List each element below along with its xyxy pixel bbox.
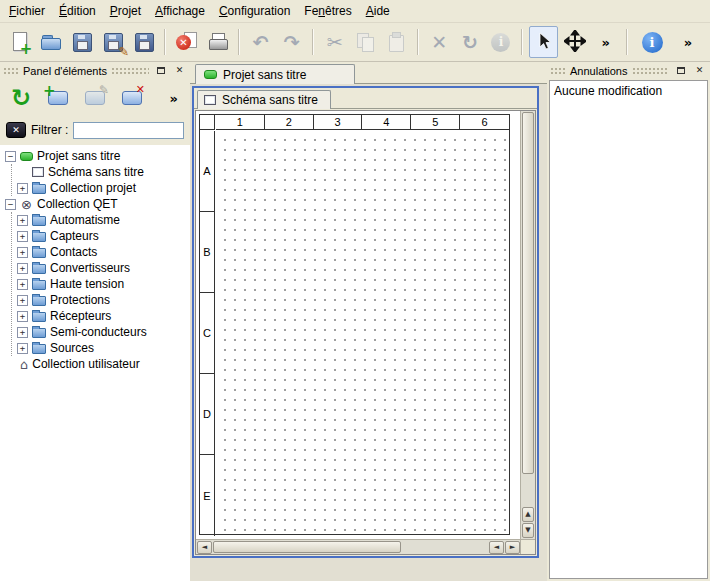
dock-grip[interactable]: [111, 67, 149, 75]
undo-button[interactable]: ↶: [246, 26, 275, 58]
redo-button[interactable]: ↷: [277, 26, 306, 58]
new-file-button[interactable]: +: [6, 26, 35, 58]
tree-item-semi-conducteurs[interactable]: + Semi-conducteurs: [12, 324, 190, 340]
refresh-icon: ↻: [11, 86, 31, 110]
h-scroll-thumb[interactable]: [213, 541, 401, 553]
tree-item-protections[interactable]: + Protections: [12, 292, 190, 308]
v-scroll-track[interactable]: [521, 475, 535, 507]
paste-button[interactable]: [382, 26, 411, 58]
scroll-up-button[interactable]: ▲: [522, 507, 534, 522]
expand-icon[interactable]: +: [17, 343, 28, 354]
tree-item-collection-utilisateur[interactable]: ⌂ Collection utilisateur: [3, 356, 190, 372]
tab-projet-sans-titre[interactable]: Projet sans titre: [195, 64, 355, 84]
expand-icon[interactable]: +: [17, 231, 28, 242]
collapse-icon[interactable]: −: [5, 151, 16, 162]
copy-button[interactable]: [351, 26, 380, 58]
tab-schema-sans-titre[interactable]: Schéma sans titre: [197, 90, 331, 109]
expand-icon[interactable]: +: [17, 279, 28, 290]
save-all-button[interactable]: [130, 26, 159, 58]
undo-panel-close-button[interactable]: ✕: [692, 64, 707, 77]
scroll-left-button[interactable]: ◄: [197, 541, 212, 554]
copy-icon: [353, 30, 377, 54]
expand-icon[interactable]: +: [17, 247, 28, 258]
reload-collections-button[interactable]: ↻: [6, 83, 36, 113]
float-icon: [677, 67, 685, 74]
menu-fenetres[interactable]: Fenêtres: [297, 1, 358, 21]
menu-fichier[interactable]: Fichier: [2, 1, 52, 21]
menu-projet[interactable]: Projet: [103, 1, 148, 21]
folder-icon: [32, 312, 46, 322]
menu-aide[interactable]: Aide: [359, 1, 397, 21]
delete-element-button[interactable]: ✕: [117, 83, 147, 113]
horizontal-scrollbar[interactable]: ◄ ◄ ►: [196, 539, 520, 554]
schematic-plan[interactable]: 1 2 3 4 5 6 A B C D E: [199, 114, 510, 535]
project-subwindow: Schéma sans titre 1 2 3 4 5 6 A: [192, 86, 539, 558]
tree-item-haute-tension[interactable]: + Haute tension: [12, 276, 190, 292]
dock-grip[interactable]: [632, 67, 670, 75]
undo-panel-float-button[interactable]: [673, 64, 688, 77]
expand-icon[interactable]: +: [17, 215, 28, 226]
move-tool-button[interactable]: [560, 26, 589, 58]
toolbar-overflow-button[interactable]: »: [591, 26, 620, 58]
expand-icon[interactable]: +: [17, 295, 28, 306]
tree-item-capteurs[interactable]: + Capteurs: [12, 228, 190, 244]
expand-icon[interactable]: +: [17, 327, 28, 338]
elements-panel-float-button[interactable]: [153, 64, 168, 77]
tree-item-automatisme[interactable]: + Automatisme: [12, 212, 190, 228]
schema-icon: [204, 95, 216, 105]
tree-item-collection-projet[interactable]: + Collection projet: [12, 180, 190, 196]
rotate-button[interactable]: ↻: [456, 26, 485, 58]
menu-affichage[interactable]: Affichage: [148, 1, 212, 21]
toolbar-overflow-right-button[interactable]: »: [672, 26, 704, 58]
expand-icon[interactable]: +: [17, 311, 28, 322]
home-icon: ⌂: [20, 359, 28, 370]
cut-button[interactable]: ✂: [320, 26, 349, 58]
select-tool-button[interactable]: [529, 26, 558, 58]
column-header: 5: [411, 115, 460, 129]
new-element-button[interactable]: +: [43, 83, 73, 113]
about-button[interactable]: i: [636, 26, 668, 58]
elements-panel-close-button[interactable]: ✕: [172, 64, 187, 77]
menu-configuration[interactable]: Configuration: [212, 1, 297, 21]
save-button[interactable]: [68, 26, 97, 58]
vertical-scrollbar[interactable]: ▲ ▼: [520, 111, 535, 539]
menu-edition[interactable]: Édition: [52, 1, 103, 21]
folder-icon: [32, 296, 46, 306]
close-file-button[interactable]: ✕: [172, 26, 201, 58]
edit-element-button[interactable]: ✎: [80, 83, 110, 113]
info-button[interactable]: i: [486, 26, 515, 58]
dock-grip[interactable]: [550, 67, 566, 75]
tree-item-convertisseurs[interactable]: + Convertisseurs: [12, 260, 190, 276]
collapse-icon[interactable]: −: [5, 199, 16, 210]
tree-item-recepteurs[interactable]: + Récepteurs: [12, 308, 190, 324]
scroll-right-button[interactable]: ►: [505, 541, 520, 554]
panel-toolbar-overflow-button[interactable]: »: [164, 91, 184, 106]
expand-icon[interactable]: +: [17, 183, 28, 194]
schematic-canvas[interactable]: [216, 131, 509, 534]
scroll-left-button-2[interactable]: ◄: [489, 541, 504, 554]
v-scroll-thumb[interactable]: [522, 112, 534, 474]
open-file-button[interactable]: [37, 26, 66, 58]
scroll-down-button[interactable]: ▼: [522, 523, 534, 538]
tree-item-contacts[interactable]: + Contacts: [12, 244, 190, 260]
expand-icon[interactable]: +: [17, 263, 28, 274]
mdi-workspace: Projet sans titre Schéma sans titre 1 2 …: [190, 62, 547, 581]
dock-grip[interactable]: [3, 67, 19, 75]
filter-input[interactable]: [73, 122, 184, 139]
edit-element-icon: ✎: [85, 91, 105, 105]
tree-item-project[interactable]: − Projet sans titre: [3, 148, 190, 164]
tree-item-sources[interactable]: + Sources: [12, 340, 190, 356]
clear-filter-button[interactable]: ✕: [6, 122, 26, 138]
save-as-button[interactable]: ✎: [99, 26, 128, 58]
undo-panel-titlebar: Annulations ✕: [547, 62, 710, 79]
undo-history-list[interactable]: Aucune modification: [549, 80, 708, 579]
print-button[interactable]: [203, 26, 232, 58]
undo-panel-title: Annulations: [570, 65, 628, 77]
qet-collection-icon: ⊗: [20, 198, 33, 211]
row-header: B: [200, 212, 214, 293]
folder-icon: [32, 280, 46, 290]
undo-icon: ↶: [253, 33, 269, 52]
tree-item-collection-qet[interactable]: − ⊗ Collection QET: [3, 196, 190, 212]
tree-item-schema[interactable]: Schéma sans titre: [12, 164, 190, 180]
delete-button[interactable]: ✕: [425, 26, 454, 58]
